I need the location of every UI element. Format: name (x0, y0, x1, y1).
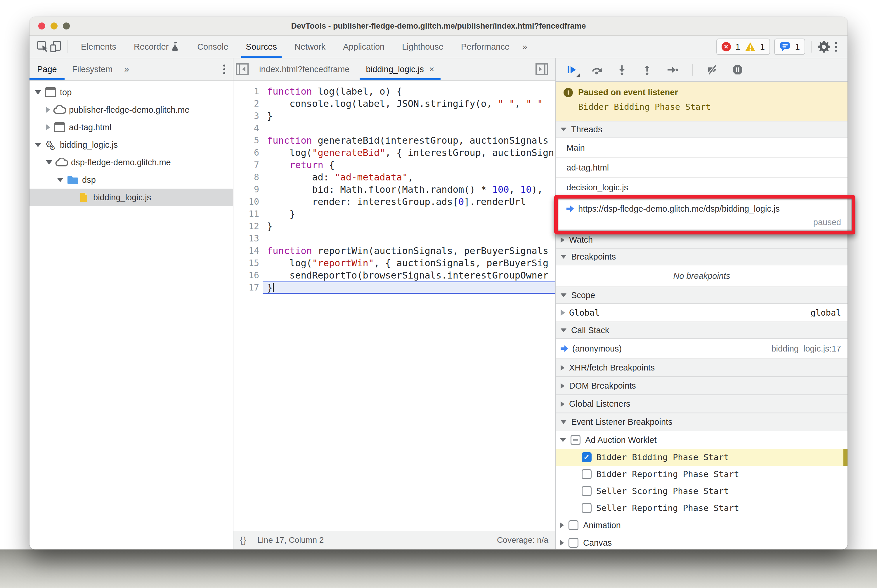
close-tab-icon[interactable]: × (429, 64, 435, 74)
line-number[interactable]: 7 (233, 159, 263, 171)
line-number[interactable]: 10 (233, 196, 263, 208)
code-line[interactable]: 1function log(label, o) { (233, 85, 555, 98)
code-line[interactable]: 15 log("reportWin", { auctionSignals, pe… (233, 257, 555, 269)
more-panels-chevron[interactable]: » (518, 42, 531, 52)
more-navigator-tabs-chevron[interactable]: » (120, 64, 133, 74)
panel-tab-recorder[interactable]: Recorder (125, 36, 188, 58)
collapse-arrow-icon[interactable] (35, 90, 41, 94)
panel-tab-lighthouse[interactable]: Lighthouse (393, 36, 452, 58)
issues-badge[interactable]: 1 (774, 39, 805, 55)
code-line[interactable]: 6 log("generateBid", { interestGroup, au… (233, 147, 555, 159)
collapse-arrow-icon[interactable] (57, 178, 63, 182)
line-number[interactable]: 4 (233, 122, 263, 134)
tree-item-bidding-logic-js[interactable]: bidding_logic.js (30, 189, 233, 206)
code-line[interactable]: 16 sendReportTo(browserSignals.interestG… (233, 269, 555, 282)
thread-row[interactable]: Main (556, 138, 847, 158)
thread-row-paused[interactable]: https://dsp-fledge-demo.glitch.me/dsp/bi… (556, 198, 847, 231)
tree-item-ad-tag-html[interactable]: ad-tag.html (30, 118, 233, 136)
code-line[interactable]: 9 bid: Math.floor(Math.random() * 100, 1… (233, 183, 555, 196)
code-line[interactable]: 5function generateBid(interestGroup, auc… (233, 134, 555, 147)
step-button[interactable] (666, 64, 678, 76)
threads-section-header[interactable]: Threads (556, 121, 847, 138)
step-out-button[interactable] (641, 64, 653, 76)
navigator-kebab-icon[interactable] (218, 64, 230, 74)
line-number[interactable]: 13 (233, 232, 263, 244)
tree-item-top[interactable]: top (30, 84, 233, 101)
code-line[interactable]: 14function reportWin(auctionSignals, per… (233, 244, 555, 257)
tree-item-dsp[interactable]: dsp (30, 171, 233, 189)
line-number[interactable]: 16 (233, 269, 263, 282)
expand-arrow-icon[interactable] (46, 124, 50, 130)
scope-section-header[interactable]: Scope (556, 287, 847, 304)
expand-arrow-icon[interactable] (560, 522, 564, 528)
panel-tab-performance[interactable]: Performance (452, 36, 518, 58)
line-number[interactable]: 8 (233, 171, 263, 183)
scope-global-row[interactable]: Global global (556, 304, 847, 322)
unchecked-checkbox[interactable] (582, 503, 591, 513)
line-number[interactable]: 5 (233, 134, 263, 147)
line-number[interactable]: 3 (233, 110, 263, 122)
breakpoint-category-ad-auction-worklet[interactable]: Ad Auction Worklet (556, 431, 847, 449)
editor-tab-bidding-logic[interactable]: bidding_logic.js × (358, 58, 442, 80)
code-editor[interactable]: 1function log(label, o) {2 console.log(l… (233, 81, 555, 531)
tab-page[interactable]: Page (30, 58, 65, 80)
line-number[interactable]: 9 (233, 183, 263, 196)
close-window-button[interactable] (38, 22, 45, 30)
breakpoint-category-canvas[interactable]: Canvas (556, 534, 847, 549)
code-line[interactable]: 13 (233, 232, 555, 244)
code-line[interactable]: 3} (233, 110, 555, 122)
breakpoint-category-animation[interactable]: Animation (556, 516, 847, 534)
checked-checkbox[interactable] (582, 452, 591, 462)
device-toolbar-icon[interactable] (50, 40, 62, 53)
panel-tab-console[interactable]: Console (188, 36, 237, 58)
pretty-print-icon[interactable]: {} (240, 535, 247, 545)
collapse-arrow-icon[interactable] (560, 438, 566, 442)
zoom-window-button[interactable] (63, 22, 70, 30)
call-stack-section-header[interactable]: Call Stack (556, 322, 847, 339)
unchecked-checkbox[interactable] (582, 469, 591, 479)
code-line[interactable]: 2 console.log(label, JSON.stringify(o, "… (233, 98, 555, 110)
panel-tab-sources[interactable]: Sources (237, 36, 286, 58)
collapse-arrow-icon[interactable] (35, 143, 41, 147)
code-line[interactable]: 12} (233, 220, 555, 232)
tree-item-publisher-fledge-demo-glitch-me[interactable]: publisher-fledge-demo.glitch.me (30, 101, 233, 118)
thread-row[interactable]: decision_logic.js (556, 178, 847, 198)
line-number[interactable]: 17 (233, 282, 263, 294)
expand-arrow-icon[interactable] (46, 106, 50, 113)
minimize-window-button[interactable] (51, 22, 57, 30)
unchecked-checkbox[interactable] (582, 486, 591, 496)
thread-row[interactable]: ad-tag.html (556, 158, 847, 178)
editor-tab-index[interactable]: index.html?fencedframe (251, 58, 358, 80)
errors-warnings-badge[interactable]: ✕ 1 1 (716, 39, 770, 55)
inspect-element-icon[interactable] (36, 40, 50, 53)
expand-arrow-icon[interactable] (560, 540, 564, 546)
code-line[interactable]: 4 (233, 122, 555, 134)
settings-gear-icon[interactable] (817, 40, 830, 53)
call-stack-frame-row[interactable]: (anonymous) bidding_logic.js:17 (556, 339, 847, 359)
code-line[interactable]: 10 render: interestGroup.ads[0].renderUr… (233, 196, 555, 208)
unchecked-checkbox[interactable] (569, 538, 578, 548)
watch-section-header[interactable]: Watch (556, 231, 847, 249)
line-number[interactable]: 12 (233, 220, 263, 232)
tab-filesystem[interactable]: Filesystem (65, 58, 120, 80)
dom-breakpoints-section-header[interactable]: DOM Breakpoints (556, 377, 847, 395)
line-number[interactable]: 14 (233, 244, 263, 257)
xhr-breakpoints-section-header[interactable]: XHR/fetch Breakpoints (556, 359, 847, 377)
line-number[interactable]: 1 (233, 85, 263, 98)
code-line[interactable]: 17} (233, 282, 555, 294)
collapse-arrow-icon[interactable] (46, 160, 52, 165)
panel-tab-elements[interactable]: Elements (72, 36, 125, 58)
event-listener-breakpoints-section-header[interactable]: Event Listener Breakpoints (556, 413, 847, 431)
more-options-kebab-icon[interactable] (830, 42, 842, 52)
pause-on-exceptions-button[interactable] (732, 64, 743, 76)
breakpoint-item-seller-scoring-phase-start[interactable]: Seller Scoring Phase Start (556, 483, 847, 500)
line-number[interactable]: 11 (233, 208, 263, 220)
line-number[interactable]: 6 (233, 147, 263, 159)
show-debugger-icon[interactable] (533, 63, 551, 75)
deactivate-breakpoints-button[interactable] (707, 64, 718, 76)
breakpoints-section-header[interactable]: Breakpoints (556, 249, 847, 266)
code-line[interactable]: 11 } (233, 208, 555, 220)
hide-navigator-icon[interactable] (233, 63, 251, 75)
tree-item-dsp-fledge-demo-glitch-me[interactable]: dsp-fledge-demo.glitch.me (30, 154, 233, 171)
code-line[interactable]: 8 ad: "ad-metadata", (233, 171, 555, 183)
